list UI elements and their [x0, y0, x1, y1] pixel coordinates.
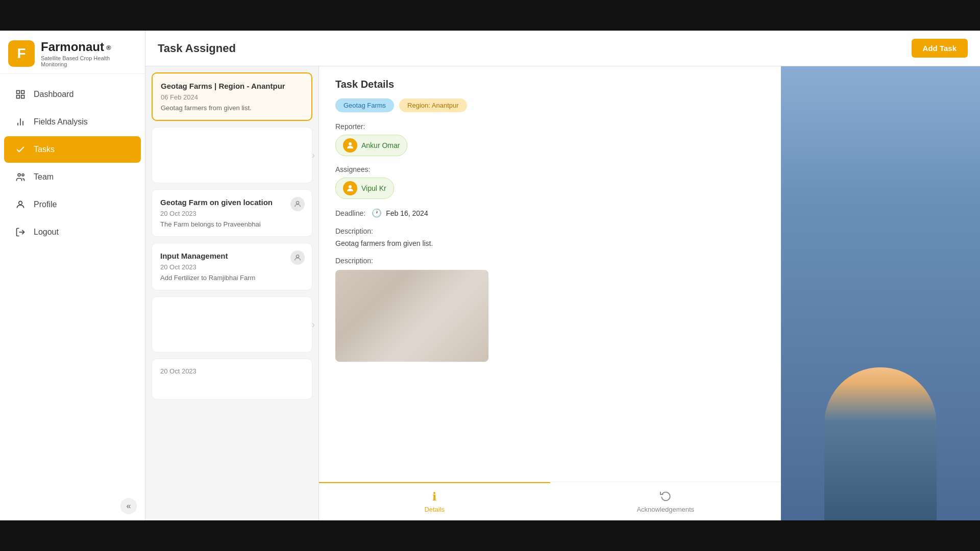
- description-image-inner: [335, 270, 488, 362]
- tag-geotag-farms: Geotag Farms: [335, 98, 394, 112]
- acknowledgements-tab-label: Acknowledgements: [636, 506, 694, 513]
- task-card-3[interactable]: Geotag Farm on given location 20 Oct 202…: [152, 189, 312, 237]
- video-panel: [781, 66, 980, 520]
- task-card-6[interactable]: 20 Oct 2023: [152, 359, 312, 399]
- deadline-value: Feb 16, 2024: [386, 209, 428, 217]
- svg-rect-3: [21, 95, 24, 98]
- team-label: Team: [34, 172, 54, 182]
- person-video: [781, 66, 980, 520]
- sidebar-item-profile[interactable]: Profile: [4, 191, 141, 218]
- detail-panel-title: Task Details: [335, 79, 765, 90]
- tags-row: Geotag Farms Region: Anantpur: [335, 98, 765, 112]
- svg-point-12: [296, 255, 299, 258]
- description-label-2: Description:: [335, 257, 765, 265]
- sidebar-item-tasks[interactable]: Tasks: [4, 136, 141, 163]
- task-detail-panel: Task Details Geotag Farms Region: Anantp…: [319, 66, 781, 482]
- task-card-1-title: Geotag Farms | Region - Anantpur: [161, 82, 303, 90]
- assignees-label: Assignees:: [335, 165, 765, 173]
- bottom-bar: [0, 520, 980, 551]
- task-card-4-title: Input Management: [160, 252, 304, 260]
- assignees-section: Assignees: Vipul Kr: [335, 165, 765, 199]
- task-card-3-desc: The Farm belongs to Praveenbhai: [160, 220, 304, 228]
- details-tab-label: Details: [424, 506, 445, 513]
- svg-point-7: [18, 173, 20, 176]
- chevron-right-icon-2: ›: [312, 319, 315, 330]
- content-area: Geotag Farms | Region - Anantpur 06 Feb …: [145, 66, 980, 520]
- tag-region: Region: Anantpur: [399, 98, 467, 112]
- task-card-1-desc: Geotag farmers from given list.: [161, 104, 303, 112]
- tasks-icon: [14, 143, 27, 156]
- sidebar-item-dashboard[interactable]: Dashboard: [4, 81, 141, 108]
- svg-point-8: [22, 174, 24, 176]
- logo-text: Farmonaut® Satellite Based Crop Health M…: [41, 40, 137, 67]
- add-task-button[interactable]: Add Task: [912, 39, 968, 58]
- logo-area: F Farmonaut® Satellite Based Crop Health…: [0, 31, 145, 74]
- reporter-badge: Ankur Omar: [335, 135, 407, 156]
- collapse-button[interactable]: «: [120, 498, 137, 514]
- task-card-3-title: Geotag Farm on given location: [160, 198, 304, 207]
- description-text: Geotag farmers from given list.: [335, 239, 765, 247]
- svg-rect-1: [21, 91, 24, 94]
- sidebar-item-team[interactable]: Team: [4, 164, 141, 190]
- main-content: Task Assigned Add Task Geotag Farms | Re…: [145, 31, 980, 520]
- sidebar-nav: Dashboard Fields Analysis Tasks Team: [0, 74, 145, 492]
- dashboard-icon: [14, 88, 27, 101]
- assignee-avatar: [343, 181, 357, 195]
- assignee-badge: Vipul Kr: [335, 178, 394, 199]
- task-card-4[interactable]: Input Management 20 Oct 2023 Add Fertili…: [152, 243, 312, 290]
- task-card-3-user-icon: [290, 197, 305, 211]
- svg-point-11: [296, 202, 299, 204]
- svg-point-13: [349, 142, 352, 145]
- reporter-name: Ankur Omar: [361, 141, 400, 149]
- logo-icon: F: [8, 40, 35, 67]
- svg-point-9: [19, 201, 22, 205]
- person-silhouette: [824, 367, 937, 520]
- tab-acknowledgements[interactable]: Acknowledgements: [550, 482, 781, 520]
- detail-bottom-tabs: ℹ Details Acknowledgements: [319, 482, 781, 520]
- assignee-name: Vipul Kr: [361, 184, 386, 192]
- svg-point-14: [349, 185, 352, 188]
- description-image: [335, 270, 488, 362]
- task-card-1-date: 06 Feb 2024: [161, 93, 303, 101]
- svg-rect-2: [17, 95, 20, 98]
- reporter-label: Reporter:: [335, 122, 765, 131]
- task-card-empty-2[interactable]: ›: [152, 296, 312, 353]
- description-section-1: Description: Geotag farmers from given l…: [335, 227, 765, 247]
- sidebar-item-fields-analysis[interactable]: Fields Analysis: [4, 109, 141, 135]
- logout-icon: [14, 226, 27, 238]
- task-detail-wrapper: Task Details Geotag Farms Region: Anantp…: [319, 66, 781, 520]
- top-bar: [0, 0, 980, 31]
- task-card-empty-1[interactable]: ›: [152, 127, 312, 183]
- task-card-4-date: 20 Oct 2023: [160, 263, 304, 271]
- tab-details[interactable]: ℹ Details: [319, 482, 550, 520]
- sidebar-item-logout[interactable]: Logout: [4, 219, 141, 245]
- fields-analysis-icon: [14, 116, 27, 128]
- page-title: Task Assigned: [158, 42, 236, 55]
- svg-rect-0: [17, 91, 20, 94]
- task-card-1[interactable]: Geotag Farms | Region - Anantpur 06 Feb …: [152, 72, 312, 121]
- chevron-right-icon: ›: [312, 150, 315, 161]
- task-card-4-user-icon: [290, 251, 305, 265]
- logout-label: Logout: [34, 228, 59, 237]
- task-card-6-date: 20 Oct 2023: [160, 367, 304, 375]
- dashboard-label: Dashboard: [34, 90, 74, 99]
- team-icon: [14, 171, 27, 183]
- task-list-panel: Geotag Farms | Region - Anantpur 06 Feb …: [145, 66, 319, 520]
- description-section-2: Description:: [335, 257, 765, 362]
- main-header: Task Assigned Add Task: [145, 31, 980, 66]
- sidebar-collapse-area: «: [0, 492, 145, 520]
- fields-analysis-label: Fields Analysis: [34, 117, 88, 127]
- deadline-label: Deadline:: [335, 209, 365, 217]
- deadline-section: Deadline: 🕐 Feb 16, 2024: [335, 208, 765, 218]
- description-label-1: Description:: [335, 227, 765, 235]
- app-name: Farmonaut: [41, 40, 104, 54]
- details-tab-icon: ℹ: [432, 490, 436, 504]
- app-registered: ®: [106, 44, 111, 52]
- deadline-icon: 🕐: [372, 208, 382, 218]
- task-card-4-desc: Add Fertilizer to Ramjibhai Farm: [160, 274, 304, 282]
- task-card-3-date: 20 Oct 2023: [160, 210, 304, 217]
- profile-label: Profile: [34, 200, 57, 209]
- profile-icon: [14, 198, 27, 211]
- reporter-avatar: [343, 138, 357, 153]
- reporter-section: Reporter: Ankur Omar: [335, 122, 765, 156]
